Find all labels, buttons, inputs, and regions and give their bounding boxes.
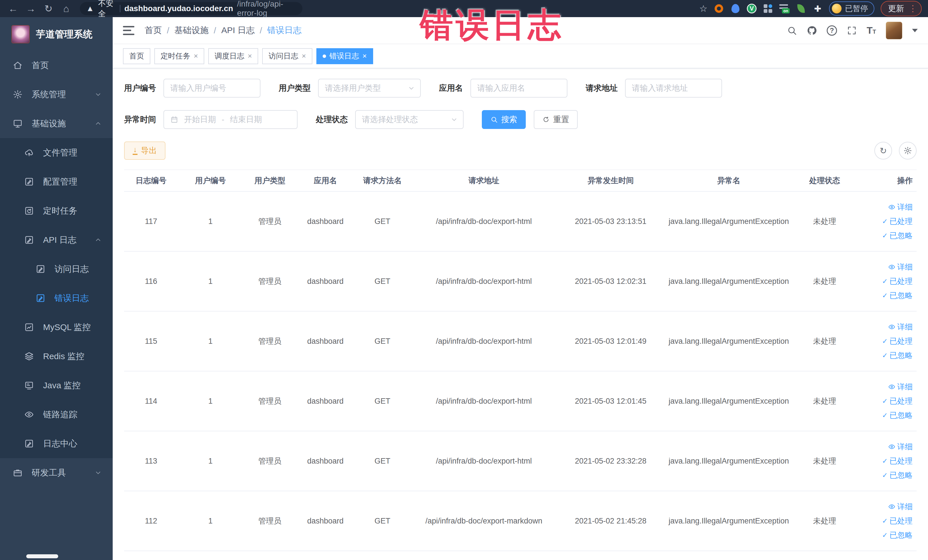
- sidebar-scrollbar[interactable]: [26, 554, 58, 558]
- sidebar-item-home[interactable]: 首页: [0, 51, 113, 80]
- table-row: 114 1 管理员 dashboard GET /api/infra/db-do…: [124, 371, 917, 431]
- hamburger-icon[interactable]: [123, 26, 134, 35]
- request-url-input[interactable]: [625, 79, 722, 98]
- home-button[interactable]: ⌂: [60, 2, 73, 15]
- sidebar-item-access-log[interactable]: 访问日志: [0, 255, 113, 284]
- extension-grid-icon[interactable]: [763, 3, 773, 14]
- sidebar-item-redis-monitor[interactable]: Redis 监控: [0, 342, 113, 371]
- back-button[interactable]: ←: [6, 2, 20, 15]
- app-logo[interactable]: 芋道管理系统: [0, 17, 113, 51]
- user-id-input[interactable]: [163, 79, 261, 98]
- close-icon[interactable]: ×: [247, 52, 252, 61]
- sidebar-item-label: Java 监控: [43, 380, 81, 391]
- extension-shield-icon[interactable]: [730, 3, 740, 14]
- mark-processed-link[interactable]: ✓ 已处理: [882, 216, 913, 226]
- mark-processed-link[interactable]: ✓ 已处理: [882, 456, 913, 466]
- process-status-select[interactable]: 请选择处理状态: [355, 110, 464, 129]
- breadcrumb-item[interactable]: 基础设施: [174, 24, 209, 36]
- user-type-select[interactable]: 请选择用户类型: [318, 79, 421, 98]
- mark-ignored-link[interactable]: ✓ 已忽略: [882, 350, 913, 360]
- mark-ignored-link[interactable]: ✓ 已忽略: [882, 230, 913, 241]
- sidebar-item-label: 研发工具: [32, 467, 66, 479]
- tab-schedule-log[interactable]: 调度日志 ×: [208, 48, 258, 64]
- tab-error-log[interactable]: 错误日志 ×: [316, 48, 373, 64]
- sidebar-item-error-log[interactable]: 错误日志: [0, 284, 113, 313]
- help-icon[interactable]: ?: [827, 25, 837, 36]
- close-icon[interactable]: ×: [363, 52, 367, 61]
- detail-link[interactable]: 详细: [888, 322, 913, 332]
- close-icon[interactable]: ×: [302, 52, 306, 61]
- extensions-puzzle-icon[interactable]: ✚: [812, 3, 823, 14]
- date-range-picker[interactable]: 开始日期 - 结束日期: [163, 110, 298, 129]
- sidebar-item-java-monitor[interactable]: Java 监控: [0, 371, 113, 400]
- mark-ignored-link[interactable]: ✓ 已忽略: [882, 410, 913, 421]
- fullscreen-icon[interactable]: [847, 25, 857, 36]
- sidebar-item-mysql-monitor[interactable]: MySQL 监控: [0, 313, 113, 342]
- reset-button[interactable]: 重置: [534, 110, 578, 129]
- header-actions: ? TT: [787, 22, 918, 40]
- avatar[interactable]: [886, 22, 902, 40]
- paused-label: 已暂停: [845, 3, 868, 14]
- search-button[interactable]: 搜索: [482, 110, 526, 129]
- font-size-icon[interactable]: TT: [867, 25, 876, 36]
- sidebar-item-config-management[interactable]: 配置管理: [0, 167, 113, 196]
- table-row: 113 1 管理员 dashboard GET /api/infra/db-do…: [124, 431, 917, 491]
- mark-ignored-link[interactable]: ✓ 已忽略: [882, 290, 913, 301]
- caret-down-icon[interactable]: [912, 29, 918, 32]
- mark-processed-link[interactable]: ✓ 已处理: [882, 396, 913, 406]
- check-icon: ✓: [882, 471, 888, 479]
- detail-link[interactable]: 详细: [888, 262, 913, 272]
- reload-button[interactable]: ↻: [42, 2, 55, 15]
- sidebar-item-file-management[interactable]: 文件管理: [0, 138, 113, 167]
- close-icon[interactable]: ×: [194, 52, 198, 61]
- sidebar-item-api-log[interactable]: API 日志: [0, 225, 113, 255]
- sidebar-item-trace[interactable]: 链路追踪: [0, 400, 113, 429]
- sidebar-item-label: 首页: [32, 60, 49, 71]
- extension-leaf-icon[interactable]: [796, 3, 806, 14]
- mark-ignored-link[interactable]: ✓ 已忽略: [882, 530, 913, 540]
- doc-edit-icon: [36, 264, 45, 274]
- detail-link[interactable]: 详细: [888, 382, 913, 392]
- mark-processed-link[interactable]: ✓ 已处理: [882, 276, 913, 287]
- search-icon[interactable]: [787, 25, 797, 36]
- sidebar-item-scheduled-tasks[interactable]: 定时任务: [0, 196, 113, 225]
- breadcrumb-item[interactable]: API 日志: [221, 24, 255, 36]
- paused-badge[interactable]: 已暂停: [829, 2, 875, 16]
- github-icon[interactable]: [807, 25, 817, 36]
- cell-user-type: 管理员: [243, 336, 297, 346]
- cell-user-type: 管理员: [243, 456, 297, 466]
- bookmark-star-icon[interactable]: ☆: [699, 3, 707, 14]
- export-button[interactable]: ↓ 导出: [124, 142, 165, 160]
- cell-process-status: 未处理: [793, 336, 856, 346]
- eye-icon: [888, 503, 896, 510]
- tab-scheduled-tasks[interactable]: 定时任务 ×: [154, 48, 204, 64]
- sidebar-item-system[interactable]: 系统管理: [0, 80, 113, 109]
- app-name-input[interactable]: [470, 79, 568, 98]
- sidebar-item-dev-tools[interactable]: 研发工具: [0, 458, 113, 487]
- extension-donut-icon[interactable]: [714, 3, 724, 14]
- chevron-up-icon: [95, 120, 102, 127]
- detail-link[interactable]: 详细: [888, 442, 913, 452]
- sidebar-item-label: 错误日志: [55, 292, 89, 304]
- update-button[interactable]: 更新 ⋮: [881, 1, 922, 16]
- mark-processed-link[interactable]: ✓ 已处理: [882, 516, 913, 526]
- mark-ignored-link[interactable]: ✓ 已忽略: [882, 470, 913, 481]
- breadcrumb-separator: /: [259, 26, 262, 35]
- mark-processed-link[interactable]: ✓ 已处理: [882, 336, 913, 346]
- tab-access-log[interactable]: 访问日志 ×: [262, 48, 312, 64]
- breadcrumb-item[interactable]: 首页: [145, 24, 162, 36]
- extension-onoff-icon[interactable]: on: [779, 4, 790, 14]
- forward-button[interactable]: →: [24, 2, 38, 15]
- breadcrumb-separator: /: [214, 26, 216, 35]
- detail-link[interactable]: 详细: [888, 202, 913, 212]
- refresh-button[interactable]: ↻: [875, 142, 892, 159]
- tab-home[interactable]: 首页: [123, 48, 150, 64]
- cell-app-name: dashboard: [297, 337, 354, 346]
- sidebar-item-infra[interactable]: 基础设施: [0, 109, 113, 138]
- column-settings-button[interactable]: [899, 142, 917, 159]
- browser-menu-icon[interactable]: ⋮: [908, 4, 917, 13]
- extension-vpn-icon[interactable]: V: [747, 4, 757, 14]
- detail-link[interactable]: 详细: [888, 502, 913, 512]
- address-bar[interactable]: ▲ 不安全 dashboard.yudao.iocoder.cn/infra/l…: [80, 2, 302, 15]
- sidebar-item-log-center[interactable]: 日志中心: [0, 429, 113, 458]
